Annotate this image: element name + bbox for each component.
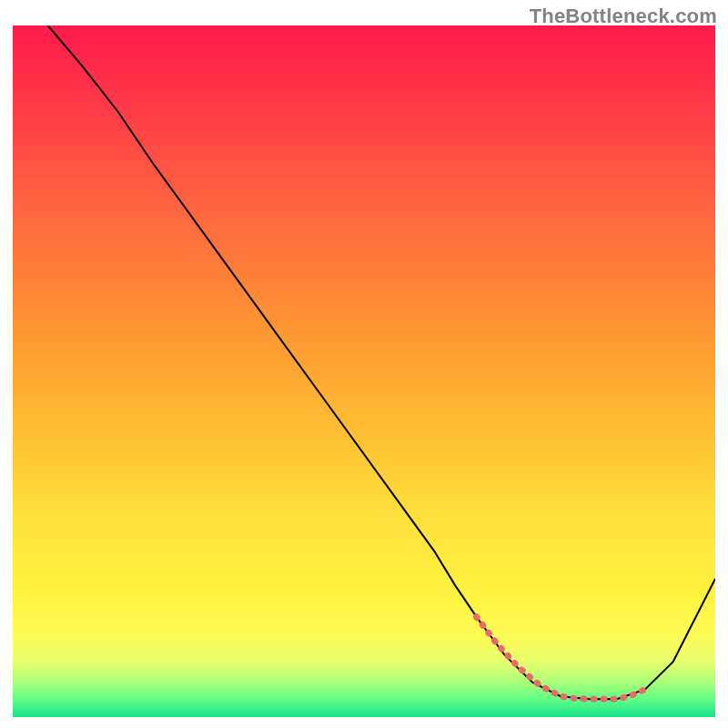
gradient-background [13,25,715,717]
plot-area [13,25,715,717]
chart-container: TheBottleneck.com [0,0,728,728]
chart-svg [13,25,715,717]
